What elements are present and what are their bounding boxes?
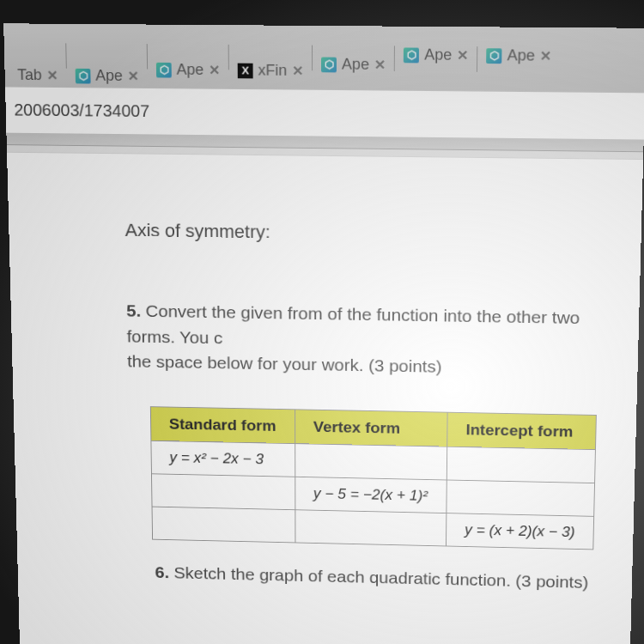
close-icon[interactable]: ✕ (209, 62, 220, 78)
close-icon[interactable]: ✕ (457, 47, 468, 64)
tab-label: Ape (507, 46, 535, 64)
table-cell (295, 509, 446, 545)
table-header: Standard form (150, 406, 295, 443)
tab-label: Tab (17, 66, 42, 84)
browser-tab[interactable]: ⬡Ape✕ (477, 41, 560, 70)
browser-tab[interactable]: ⬡Ape✕ (148, 56, 228, 84)
table-cell (295, 443, 447, 479)
forms-table: Standard formVertex formIntercept form y… (150, 406, 598, 550)
browser-tab[interactable]: XxFin✕ (229, 57, 312, 85)
browser-tab-bar: Tab✕⬡Ape✕⬡Ape✕XxFin✕⬡Ape✕⬡Ape✕⬡Ape✕ (3, 23, 644, 92)
apex-favicon-icon: ⬡ (404, 47, 419, 63)
tab-label: Ape (95, 67, 123, 85)
tab-label: Ape (342, 56, 369, 74)
q5-number: 5. (126, 301, 141, 320)
table-cell: y = (x + 2)(x − 3) (446, 513, 594, 549)
question-5: 5. Convert the given from of the functio… (126, 298, 623, 383)
table-cell (151, 473, 295, 509)
tab-label: Ape (177, 61, 204, 79)
page-content: Axis of symmetry: 5. Convert the given f… (7, 152, 643, 644)
apex-favicon-icon: ⬡ (321, 57, 337, 72)
screen: Tab✕⬡Ape✕⬡Ape✕XxFin✕⬡Ape✕⬡Ape✕⬡Ape✕ 2006… (3, 23, 644, 617)
close-icon[interactable]: ✕ (374, 57, 386, 73)
axis-of-symmetry-label: Axis of symmetry: (125, 220, 624, 248)
table-cell: y = x² − 2x − 3 (151, 440, 295, 477)
table-cell (447, 480, 595, 516)
url-text: 2006003/1734007 (14, 100, 149, 120)
question-6: 6. Sketch the graph of each quadratic fu… (131, 562, 616, 592)
tab-label: xFin (258, 62, 288, 80)
tab-label: Ape (424, 46, 452, 64)
q5-text-2: the space below for your work. (3 points… (127, 352, 442, 376)
table-cell (447, 447, 596, 483)
browser-tab[interactable]: ⬡Ape✕ (67, 62, 148, 90)
q6-text: Sketch the graph of each quadratic funct… (169, 563, 589, 591)
q5-text-1: Convert the given from of the function i… (127, 301, 580, 347)
address-bar[interactable]: 2006003/1734007 (5, 86, 644, 140)
close-icon[interactable]: ✕ (292, 63, 303, 79)
apex-favicon-icon: ⬡ (76, 68, 91, 83)
close-icon[interactable]: ✕ (46, 68, 58, 84)
close-icon[interactable]: ✕ (128, 68, 139, 84)
browser-tab[interactable]: ⬡Ape✕ (395, 40, 477, 69)
close-icon[interactable]: ✕ (540, 48, 551, 64)
apex-favicon-icon: ⬡ (156, 62, 172, 77)
apex-favicon-icon: ⬡ (486, 48, 501, 64)
browser-tab[interactable]: ⬡Ape✕ (313, 51, 394, 79)
browser-tab[interactable]: Tab✕ (9, 61, 66, 89)
table-header: Intercept form (447, 412, 596, 449)
x-favicon-icon: X (238, 63, 253, 78)
q6-number: 6. (155, 562, 169, 580)
table-cell (152, 507, 295, 543)
table-header: Vertex form (295, 409, 447, 446)
table-cell: y − 5 = −2(x + 1)² (295, 477, 447, 513)
